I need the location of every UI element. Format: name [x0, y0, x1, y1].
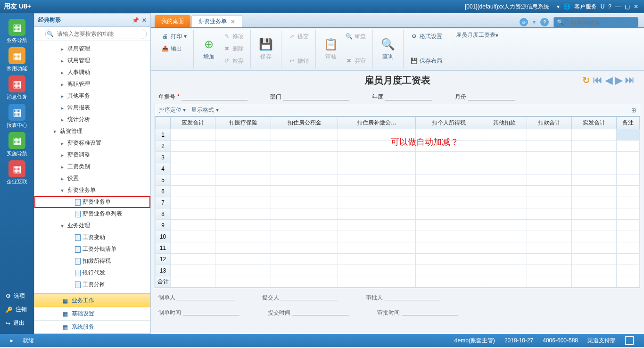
- cell[interactable]: [572, 129, 617, 141]
- tree-item-工资类别[interactable]: ▸工资类别: [34, 161, 150, 173]
- cell[interactable]: [527, 141, 572, 152]
- tree-item-银行代发[interactable]: 银行代发: [34, 267, 150, 279]
- cell[interactable]: [215, 197, 271, 208]
- col-8[interactable]: 实发合计: [572, 117, 617, 129]
- cell[interactable]: [415, 174, 482, 186]
- col-4[interactable]: 扣住房补缴公…: [338, 117, 415, 129]
- cell[interactable]: [271, 163, 338, 174]
- cell[interactable]: [415, 152, 482, 163]
- cell[interactable]: [482, 242, 527, 254]
- tree-item-试用管理[interactable]: ▸试用管理: [34, 55, 150, 66]
- tree-item-离职管理[interactable]: ▸离职管理: [34, 78, 150, 90]
- tree-item-统计分析[interactable]: ▸统计分析: [34, 114, 150, 125]
- cell[interactable]: [617, 163, 640, 174]
- cell[interactable]: [171, 208, 215, 220]
- footer-选项[interactable]: ⚙选项: [0, 289, 34, 303]
- cell[interactable]: [338, 174, 415, 186]
- audit-button[interactable]: 📋审核: [320, 30, 342, 67]
- cell[interactable]: [617, 208, 640, 220]
- cell[interactable]: [527, 197, 572, 208]
- tree-item-薪资标准设置[interactable]: ▸薪资标准设置: [34, 137, 150, 149]
- cell[interactable]: [338, 242, 415, 254]
- cell[interactable]: [338, 186, 415, 197]
- field-year-input[interactable]: [385, 93, 432, 100]
- u-menu[interactable]: U: [601, 3, 605, 10]
- bottom-tab-业务工作[interactable]: ▦业务工作: [34, 294, 150, 307]
- nav-企业互联[interactable]: ▦企业互联: [4, 159, 30, 186]
- cell[interactable]: [171, 129, 215, 141]
- save-button[interactable]: 💾保存: [255, 30, 277, 67]
- output-button[interactable]: 📤输出: [158, 42, 190, 55]
- cell[interactable]: [215, 254, 271, 265]
- cell[interactable]: [617, 141, 640, 152]
- cell[interactable]: [527, 152, 572, 163]
- col-1[interactable]: 应发合计: [171, 117, 215, 129]
- row-num[interactable]: 8: [156, 208, 171, 220]
- globe-icon[interactable]: 🌐: [563, 3, 570, 10]
- tree-item-薪资业务单[interactable]: 薪资业务单: [34, 196, 150, 208]
- cell[interactable]: [338, 254, 415, 265]
- row-num[interactable]: 9: [156, 220, 171, 231]
- grid-config-icon[interactable]: ⊞: [631, 107, 636, 114]
- first-record-icon[interactable]: ⏮: [593, 75, 603, 86]
- format-button[interactable]: ⚙格式设置: [407, 30, 445, 42]
- cell[interactable]: [271, 152, 338, 163]
- cell[interactable]: [271, 208, 338, 220]
- field-month-input[interactable]: [468, 93, 515, 100]
- prev-record-icon[interactable]: ◀: [605, 75, 612, 86]
- cell[interactable]: [171, 220, 215, 231]
- report-dropdown[interactable]: 雇员月度工资表 ▾: [453, 30, 501, 40]
- cell[interactable]: [572, 141, 617, 152]
- cell[interactable]: [215, 152, 271, 163]
- next-record-icon[interactable]: ▶: [615, 75, 622, 86]
- row-num[interactable]: 1: [156, 129, 171, 141]
- cell[interactable]: [271, 197, 338, 208]
- row-num[interactable]: 11: [156, 242, 171, 254]
- cell[interactable]: [171, 265, 215, 276]
- query-button[interactable]: 🔍查询: [377, 30, 399, 67]
- col-0[interactable]: [156, 117, 171, 129]
- cell[interactable]: [215, 242, 271, 254]
- delete-button[interactable]: ✖删除: [220, 42, 247, 55]
- revoke-button[interactable]: ↩撤销: [285, 55, 312, 67]
- cell[interactable]: [171, 242, 215, 254]
- cell[interactable]: [527, 265, 572, 276]
- tree-item-常用报表[interactable]: ▸常用报表: [34, 102, 150, 114]
- cell[interactable]: [482, 254, 527, 265]
- minimize-button[interactable]: —: [615, 3, 621, 10]
- cell[interactable]: [617, 220, 640, 231]
- submit-button[interactable]: ↗提交: [285, 30, 312, 42]
- row-num[interactable]: 2: [156, 141, 171, 152]
- tree-item-薪资业务单列表[interactable]: 薪资业务单列表: [34, 208, 150, 220]
- cell[interactable]: [617, 129, 640, 141]
- cell[interactable]: [215, 163, 271, 174]
- cell[interactable]: [215, 208, 271, 220]
- last-record-icon[interactable]: ⏭: [625, 75, 635, 86]
- row-num[interactable]: 12: [156, 254, 171, 265]
- smile-icon[interactable]: ☺: [520, 18, 528, 26]
- tab-salary-voucher[interactable]: 薪资业务单✕: [191, 15, 242, 27]
- barcode-search-input[interactable]: [564, 19, 644, 26]
- cell[interactable]: [572, 231, 617, 242]
- cell[interactable]: [415, 197, 482, 208]
- cell[interactable]: [271, 231, 338, 242]
- col-9[interactable]: 备注: [617, 117, 640, 129]
- cell[interactable]: [617, 231, 640, 242]
- cell[interactable]: [572, 220, 617, 231]
- cell[interactable]: [527, 220, 572, 231]
- cell[interactable]: [415, 141, 482, 152]
- cell[interactable]: [171, 152, 215, 163]
- cell[interactable]: [215, 186, 271, 197]
- cell[interactable]: [338, 231, 415, 242]
- display-format-button[interactable]: 显示格式 ▾: [191, 106, 218, 114]
- maximize-button[interactable]: ▢: [625, 3, 630, 10]
- expand-icon[interactable]: ▸: [10, 337, 13, 344]
- cell[interactable]: [215, 265, 271, 276]
- tree-item-薪资业务单[interactable]: ▾薪资业务单: [34, 184, 150, 196]
- cell[interactable]: [527, 174, 572, 186]
- cell[interactable]: [617, 152, 640, 163]
- help-icon[interactable]: ?: [608, 3, 611, 10]
- cell[interactable]: [617, 242, 640, 254]
- cell[interactable]: [338, 197, 415, 208]
- row-num[interactable]: 6: [156, 186, 171, 197]
